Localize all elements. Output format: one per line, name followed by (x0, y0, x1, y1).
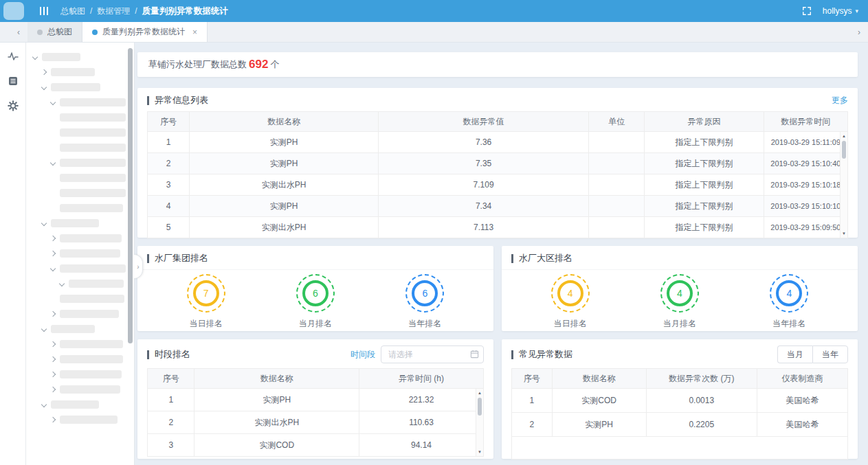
redacted-tree-label (60, 174, 126, 182)
cell-manufacturer: 美国哈希 (757, 413, 847, 437)
table-row[interactable]: 2 实测PH 7.35 指定上下限判别 2019-03-29 15:10:40 (148, 153, 848, 174)
chevron-down-icon[interactable] (59, 281, 65, 286)
tree-item[interactable] (26, 382, 126, 397)
tab-status-dot (37, 30, 43, 35)
rank-circle-monthly: 6 当月排名 (296, 274, 335, 330)
tree-item[interactable] (26, 291, 126, 306)
tree-item[interactable] (26, 412, 126, 427)
table-header-row: 序号 数据名称 异常时间 (h) (148, 369, 484, 389)
chevron-down-icon[interactable] (41, 84, 47, 90)
tree-item[interactable] (26, 216, 126, 231)
scrollbar-thumb[interactable] (842, 141, 846, 159)
redacted-tree-label (51, 400, 99, 409)
tree-item[interactable] (26, 231, 126, 246)
menu-toggle-icon[interactable] (40, 7, 48, 15)
table-row[interactable]: 1 实测PH 221.32 (148, 389, 484, 411)
tree-item[interactable] (26, 95, 126, 110)
table-row[interactable]: 2 实测PH 0.2205 美国哈希 (512, 413, 848, 437)
cell-data-name: 实测PH (190, 153, 379, 174)
tree-item[interactable] (26, 185, 126, 201)
time-range-input[interactable] (381, 345, 484, 363)
cell-reason: 指定上下限判别 (645, 132, 764, 153)
user-menu[interactable]: hollysys ▾ (823, 6, 858, 16)
rank-value: 6 (302, 280, 329, 306)
chevron-right-icon[interactable] (50, 387, 56, 392)
chevron-right-icon[interactable] (50, 417, 56, 422)
fullscreen-icon[interactable] (802, 6, 812, 16)
scroll-down-icon[interactable]: ▼ (841, 230, 847, 237)
chevron-down-icon[interactable] (50, 266, 56, 271)
tree-item[interactable] (26, 276, 126, 291)
current-month-button[interactable]: 当月 (777, 345, 812, 363)
chevron-right-icon[interactable] (50, 356, 56, 362)
tree-item[interactable] (26, 261, 126, 276)
tree-item[interactable] (26, 110, 126, 125)
redacted-tree-label (42, 53, 80, 61)
current-year-button[interactable]: 当年 (812, 345, 848, 363)
chevron-down-icon[interactable] (41, 220, 47, 226)
tree-item[interactable] (26, 125, 126, 140)
breadcrumb-item-data-management[interactable]: 数据管理 (97, 5, 130, 17)
period-table: 序号 数据名称 异常时间 (h) 1 实测PH 221.32 2 实测出水PH … (147, 368, 484, 457)
table-row[interactable]: 2 实测出水PH 110.63 (148, 411, 484, 434)
tab-scroll-right-icon[interactable]: › (850, 22, 868, 43)
chevron-down-icon[interactable] (50, 160, 56, 166)
chevron-down-icon[interactable] (41, 326, 47, 332)
table-row[interactable]: 5 实测出水PH 7.113 指定上下限判别 2019-03-29 15:09:… (148, 217, 848, 238)
cell-data-name: 实测COD (194, 434, 359, 457)
breadcrumb-item-overview[interactable]: 总貌图 (60, 5, 85, 17)
table-row[interactable]: 1 实测PH 7.36 指定上下限判别 2019-03-29 15:11:09 (148, 132, 848, 153)
more-link[interactable]: 更多 (832, 95, 848, 106)
table-row[interactable]: 3 实测COD 94.14 (148, 434, 484, 457)
cell-abnormal-value: 7.35 (379, 153, 589, 174)
tree-item[interactable] (26, 321, 126, 337)
sidebar: › (26, 43, 135, 465)
data-list-icon[interactable] (8, 76, 19, 87)
time-range-select[interactable] (381, 345, 484, 363)
chevron-right-icon[interactable] (50, 372, 56, 377)
table-row[interactable]: 4 实测PH 7.34 指定上下限判别 2019-03-29 15:10:10 (148, 196, 848, 217)
table-row[interactable]: 3 实测出水PH 7.109 指定上下限判别 2019-03-29 15:10:… (148, 174, 848, 196)
scrollbar-thumb[interactable] (128, 48, 133, 343)
tree-item[interactable] (26, 140, 126, 155)
chevron-right-icon[interactable] (50, 341, 56, 347)
chevron-right-icon[interactable] (50, 236, 56, 241)
chevron-right-icon[interactable] (41, 69, 47, 75)
tree-item[interactable] (26, 80, 126, 95)
chevron-down-icon[interactable] (32, 54, 38, 60)
chevron-down-icon[interactable] (41, 402, 47, 407)
table-scrollbar[interactable]: ▲ ▼ (840, 132, 847, 238)
group-ranking-card: 水厂集团排名 7 当日排名 6 当月排名 6 当年排名 (137, 246, 493, 331)
tree-item[interactable] (26, 201, 126, 216)
scroll-up-icon[interactable]: ▲ (841, 133, 847, 139)
tree-item[interactable] (26, 49, 126, 65)
tab-quality-abnormal-stats[interactable]: 质量判别异常数据统计 × (82, 22, 208, 42)
tree-item[interactable] (26, 397, 126, 412)
cell-seq: 1 (512, 389, 553, 413)
tab-overview[interactable]: 总貌图 (27, 22, 82, 42)
scroll-down-icon[interactable]: ▼ (476, 449, 483, 455)
scrollbar-thumb[interactable] (478, 398, 482, 416)
tree-item[interactable] (26, 306, 126, 321)
activity-waveform-icon[interactable] (8, 51, 19, 62)
settings-gear-icon[interactable] (8, 100, 19, 111)
tree-item[interactable] (26, 170, 126, 185)
chevron-right-icon[interactable] (50, 311, 56, 317)
tree-item[interactable] (26, 337, 126, 352)
tree-item[interactable] (26, 246, 126, 261)
rank-value: 6 (412, 280, 438, 306)
table-row[interactable]: 1 实测COD 0.0013 美国哈希 (512, 389, 848, 413)
scroll-up-icon[interactable]: ▲ (476, 389, 483, 396)
tab-scroll-left-icon[interactable]: ‹ (10, 22, 27, 42)
table-scrollbar[interactable]: ▲ ▼ (476, 389, 483, 456)
rank-circle-daily: 7 当日排名 (187, 274, 225, 330)
tree-item[interactable] (26, 352, 126, 367)
cell-unit (588, 217, 645, 238)
tree-item[interactable] (26, 367, 126, 382)
tab-close-icon[interactable]: × (192, 27, 197, 37)
sidebar-scrollbar[interactable] (128, 48, 133, 460)
tree-item[interactable] (26, 65, 126, 80)
tree-item[interactable] (26, 155, 126, 170)
chevron-right-icon[interactable] (50, 251, 56, 256)
chevron-down-icon[interactable] (50, 100, 56, 105)
